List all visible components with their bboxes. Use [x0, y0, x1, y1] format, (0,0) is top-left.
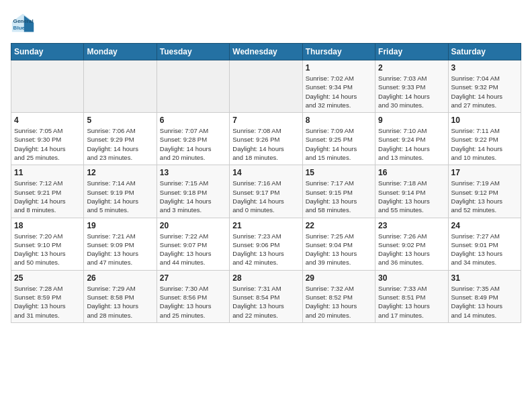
day-content: Sunrise: 7:16 AM Sunset: 9:17 PM Dayligh…	[232, 179, 299, 214]
calendar-day-cell: 22Sunrise: 7:25 AM Sunset: 9:04 PM Dayli…	[302, 218, 375, 270]
calendar-day-cell: 7Sunrise: 7:08 AM Sunset: 9:26 PM Daylig…	[230, 113, 302, 165]
calendar-day-cell: 20Sunrise: 7:22 AM Sunset: 9:07 PM Dayli…	[157, 218, 229, 270]
day-content: Sunrise: 7:25 AM Sunset: 9:04 PM Dayligh…	[306, 232, 372, 267]
day-content: Sunrise: 7:22 AM Sunset: 9:07 PM Dayligh…	[160, 232, 226, 267]
calendar-week-row: 25Sunrise: 7:28 AM Sunset: 8:59 PM Dayli…	[11, 270, 521, 322]
calendar-day-cell: 11Sunrise: 7:12 AM Sunset: 9:21 PM Dayli…	[11, 165, 84, 218]
day-number: 31	[451, 273, 518, 283]
calendar-day-cell	[11, 60, 84, 113]
calendar-week-row: 11Sunrise: 7:12 AM Sunset: 9:21 PM Dayli…	[11, 165, 521, 218]
day-number: 3	[451, 63, 518, 73]
day-number: 29	[306, 273, 372, 283]
calendar-day-cell: 21Sunrise: 7:23 AM Sunset: 9:06 PM Dayli…	[230, 218, 302, 270]
calendar-week-row: 1Sunrise: 7:02 AM Sunset: 9:34 PM Daylig…	[11, 60, 521, 113]
day-content: Sunrise: 7:18 AM Sunset: 9:14 PM Dayligh…	[378, 179, 445, 214]
calendar-day-cell: 30Sunrise: 7:33 AM Sunset: 8:51 PM Dayli…	[375, 270, 448, 322]
day-number: 23	[378, 221, 445, 230]
day-content: Sunrise: 7:30 AM Sunset: 8:56 PM Dayligh…	[160, 284, 226, 320]
weekday-header: Wednesday	[230, 44, 302, 60]
day-number: 27	[160, 273, 226, 283]
day-content: Sunrise: 7:14 AM Sunset: 9:19 PM Dayligh…	[87, 179, 153, 214]
day-number: 8	[306, 116, 372, 125]
day-content: Sunrise: 7:35 AM Sunset: 8:49 PM Dayligh…	[451, 284, 518, 320]
day-number: 26	[87, 273, 153, 283]
calendar-day-cell: 23Sunrise: 7:26 AM Sunset: 9:02 PM Dayli…	[375, 218, 448, 270]
calendar-day-cell: 19Sunrise: 7:21 AM Sunset: 9:09 PM Dayli…	[84, 218, 157, 270]
day-number: 17	[451, 168, 518, 177]
day-number: 21	[232, 221, 299, 230]
day-content: Sunrise: 7:17 AM Sunset: 9:15 PM Dayligh…	[306, 179, 372, 214]
day-content: Sunrise: 7:02 AM Sunset: 9:34 PM Dayligh…	[306, 74, 372, 109]
day-number: 1	[306, 63, 372, 73]
svg-text:Blue: Blue	[13, 25, 26, 31]
calendar-day-cell: 24Sunrise: 7:27 AM Sunset: 9:01 PM Dayli…	[448, 218, 521, 270]
day-number: 14	[232, 168, 299, 177]
day-number: 15	[306, 168, 372, 177]
calendar-day-cell: 17Sunrise: 7:19 AM Sunset: 9:12 PM Dayli…	[448, 165, 521, 218]
day-number: 6	[160, 116, 226, 125]
calendar-day-cell: 9Sunrise: 7:10 AM Sunset: 9:24 PM Daylig…	[375, 113, 448, 165]
day-content: Sunrise: 7:05 AM Sunset: 9:30 PM Dayligh…	[14, 126, 81, 162]
calendar-day-cell: 31Sunrise: 7:35 AM Sunset: 8:49 PM Dayli…	[448, 270, 521, 322]
calendar-day-cell: 26Sunrise: 7:29 AM Sunset: 8:58 PM Dayli…	[84, 270, 157, 322]
logo: General Blue	[11, 11, 38, 35]
calendar-day-cell: 5Sunrise: 7:06 AM Sunset: 9:29 PM Daylig…	[84, 113, 157, 165]
calendar-day-cell: 2Sunrise: 7:03 AM Sunset: 9:33 PM Daylig…	[375, 60, 448, 113]
day-content: Sunrise: 7:29 AM Sunset: 8:58 PM Dayligh…	[87, 284, 153, 320]
day-content: Sunrise: 7:04 AM Sunset: 9:32 PM Dayligh…	[451, 74, 518, 109]
weekday-header: Friday	[375, 44, 448, 60]
calendar-day-cell: 15Sunrise: 7:17 AM Sunset: 9:15 PM Dayli…	[302, 165, 375, 218]
calendar-day-cell: 18Sunrise: 7:20 AM Sunset: 9:10 PM Dayli…	[11, 218, 84, 270]
calendar-day-cell: 8Sunrise: 7:09 AM Sunset: 9:25 PM Daylig…	[302, 113, 375, 165]
day-number: 2	[378, 63, 445, 73]
calendar-day-cell: 1Sunrise: 7:02 AM Sunset: 9:34 PM Daylig…	[302, 60, 375, 113]
day-number: 5	[87, 116, 153, 125]
day-content: Sunrise: 7:03 AM Sunset: 9:33 PM Dayligh…	[378, 74, 445, 109]
day-number: 22	[306, 221, 372, 230]
calendar-day-cell: 13Sunrise: 7:15 AM Sunset: 9:18 PM Dayli…	[157, 165, 229, 218]
calendar-day-cell: 6Sunrise: 7:07 AM Sunset: 9:28 PM Daylig…	[157, 113, 229, 165]
day-content: Sunrise: 7:21 AM Sunset: 9:09 PM Dayligh…	[87, 232, 153, 267]
day-content: Sunrise: 7:15 AM Sunset: 9:18 PM Dayligh…	[160, 179, 226, 214]
calendar-day-cell: 12Sunrise: 7:14 AM Sunset: 9:19 PM Dayli…	[84, 165, 157, 218]
day-content: Sunrise: 7:09 AM Sunset: 9:25 PM Dayligh…	[306, 126, 372, 162]
day-number: 16	[378, 168, 445, 177]
calendar-day-cell: 14Sunrise: 7:16 AM Sunset: 9:17 PM Dayli…	[230, 165, 302, 218]
day-content: Sunrise: 7:08 AM Sunset: 9:26 PM Dayligh…	[232, 126, 299, 162]
calendar-day-cell: 27Sunrise: 7:30 AM Sunset: 8:56 PM Dayli…	[157, 270, 229, 322]
day-number: 18	[14, 221, 81, 230]
day-number: 11	[14, 168, 81, 177]
calendar-day-cell	[230, 60, 302, 113]
day-content: Sunrise: 7:32 AM Sunset: 8:52 PM Dayligh…	[306, 284, 372, 320]
day-number: 28	[232, 273, 299, 283]
weekday-header: Tuesday	[157, 44, 229, 60]
calendar-week-row: 18Sunrise: 7:20 AM Sunset: 9:10 PM Dayli…	[11, 218, 521, 270]
weekday-header: Monday	[84, 44, 157, 60]
weekday-header: Thursday	[302, 44, 375, 60]
day-number: 13	[160, 168, 226, 177]
calendar-day-cell: 3Sunrise: 7:04 AM Sunset: 9:32 PM Daylig…	[448, 60, 521, 113]
day-content: Sunrise: 7:31 AM Sunset: 8:54 PM Dayligh…	[232, 284, 299, 320]
day-number: 24	[451, 221, 518, 230]
calendar-day-cell: 25Sunrise: 7:28 AM Sunset: 8:59 PM Dayli…	[11, 270, 84, 322]
day-number: 12	[87, 168, 153, 177]
page-header: General Blue	[11, 11, 521, 35]
day-content: Sunrise: 7:33 AM Sunset: 8:51 PM Dayligh…	[378, 284, 445, 320]
day-number: 7	[232, 116, 299, 125]
day-content: Sunrise: 7:10 AM Sunset: 9:24 PM Dayligh…	[378, 126, 445, 162]
day-content: Sunrise: 7:06 AM Sunset: 9:29 PM Dayligh…	[87, 126, 153, 162]
day-content: Sunrise: 7:12 AM Sunset: 9:21 PM Dayligh…	[14, 179, 81, 214]
calendar-day-cell: 10Sunrise: 7:11 AM Sunset: 9:22 PM Dayli…	[448, 113, 521, 165]
day-number: 9	[378, 116, 445, 125]
day-number: 4	[14, 116, 81, 125]
svg-text:General: General	[13, 18, 34, 24]
calendar-day-cell	[84, 60, 157, 113]
weekday-header: Sunday	[11, 44, 84, 60]
day-number: 19	[87, 221, 153, 230]
day-content: Sunrise: 7:11 AM Sunset: 9:22 PM Dayligh…	[451, 126, 518, 162]
calendar-day-cell: 4Sunrise: 7:05 AM Sunset: 9:30 PM Daylig…	[11, 113, 84, 165]
calendar-week-row: 4Sunrise: 7:05 AM Sunset: 9:30 PM Daylig…	[11, 113, 521, 165]
calendar-day-cell: 16Sunrise: 7:18 AM Sunset: 9:14 PM Dayli…	[375, 165, 448, 218]
day-content: Sunrise: 7:26 AM Sunset: 9:02 PM Dayligh…	[378, 232, 445, 267]
day-number: 30	[378, 273, 445, 283]
